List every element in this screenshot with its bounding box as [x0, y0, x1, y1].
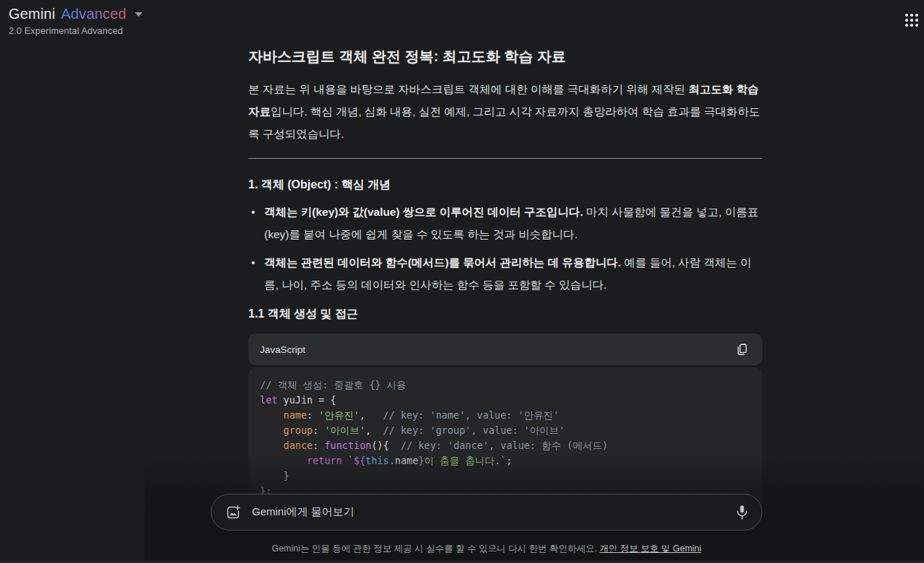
page-title: 자바스크립트 객체 완전 정복: 최고도화 학습 자료	[248, 46, 762, 66]
code-block-header: JavaScript	[248, 333, 762, 365]
code-line: let yuJin = {	[260, 393, 751, 408]
chevron-down-icon	[135, 12, 142, 17]
model-switcher-block: Gemini Advanced 2.0 Experimental Advance…	[9, 6, 142, 36]
brand-gemini: Gemini	[9, 6, 56, 22]
microphone-button[interactable]	[736, 505, 749, 520]
code-line: name: '안유진', // key: 'name', value: '안유진…	[260, 408, 751, 423]
disclaimer: Gemini는 인물 등에 관한 정보 제공 시 실수를 할 수 있으니 다시 …	[211, 543, 762, 555]
bullet-bold: 객체는 키(key)와 값(value) 쌍으로 이루어진 데이터 구조입니다.	[264, 206, 583, 218]
section-1-heading: 1. 객체 (Object) : 핵심 개념	[248, 176, 762, 193]
code-line: dance: function(){ // key: 'dance', valu…	[260, 438, 751, 453]
section-divider	[248, 158, 762, 159]
copy-icon	[736, 344, 748, 356]
brand-advanced: Advanced	[61, 6, 127, 22]
prompt-placeholder: Gemini에게 물어보기	[252, 505, 736, 519]
intro-text: 본 자료는 위 내용을 바탕으로 자바스크립트 객체에 대한 이해를 극대화하기…	[248, 83, 689, 95]
prompt-input[interactable]: Gemini에게 물어보기	[211, 494, 762, 531]
model-switcher[interactable]: Gemini Advanced	[9, 6, 142, 22]
list-item: 객체는 관련된 데이터와 함수(메서드)를 묶어서 관리하는 데 유용합니다. …	[248, 251, 762, 296]
privacy-link[interactable]: 개인 정보 보호 및 Gemini	[600, 544, 702, 554]
intro-paragraph: 본 자료는 위 내용을 바탕으로 자바스크립트 객체에 대한 이해를 극대화하기…	[248, 78, 762, 145]
list-item: 객체는 키(key)와 값(value) 쌍으로 이루어진 데이터 구조입니다.…	[248, 201, 762, 245]
code-line: group: '아이브', // key: 'group', value: '아…	[260, 423, 751, 438]
apps-grid-icon[interactable]	[905, 14, 918, 27]
intro-text-tail: 입니다. 핵심 개념, 심화 내용, 실전 예제, 그리고 시각 자료까지 총망…	[248, 105, 760, 140]
copy-code-button[interactable]	[732, 339, 752, 359]
response-content: 자바스크립트 객체 완전 정복: 최고도화 학습 자료 본 자료는 위 내용을 …	[248, 46, 762, 510]
code-language-label: JavaScript	[260, 344, 305, 355]
disclaimer-text: Gemini는 인물 등에 관한 정보 제공 시 실수를 할 수 있으니 다시 …	[271, 544, 599, 554]
code-line: // 객체 생성: 중괄호 {} 사용	[260, 377, 751, 393]
bullet-bold: 객체는 관련된 데이터와 함수(메서드)를 묶어서 관리하는 데 유용합니다.	[264, 256, 621, 269]
section-1-1-heading: 1.1 객체 생성 및 접근	[248, 305, 762, 323]
gemini-app: Gemini Advanced 2.0 Experimental Advance…	[0, 0, 924, 563]
microphone-icon	[736, 505, 749, 520]
bullet-list: 객체는 키(key)와 값(value) 쌍으로 이루어진 데이터 구조입니다.…	[248, 201, 762, 296]
model-version-label: 2.0 Experimental Advanced	[9, 25, 142, 36]
add-image-icon	[226, 505, 240, 520]
add-image-button[interactable]	[226, 505, 240, 520]
